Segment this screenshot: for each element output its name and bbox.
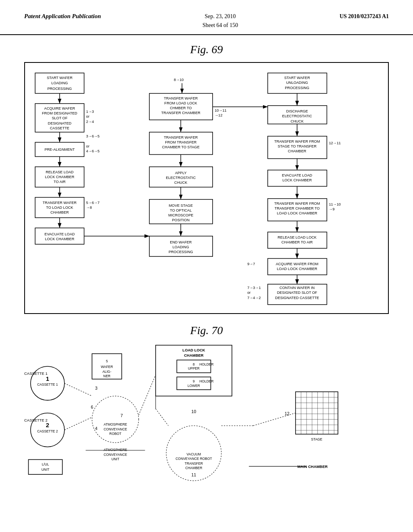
svg-text:PROCESSING: PROCESSING [47, 86, 72, 90]
svg-text:TO AIR: TO AIR [54, 180, 66, 184]
fig70-svg: 1 CASSETTE 1 2 CASSETTE 2 L/UL UNIT CASS… [24, 341, 389, 510]
pub-date: Sep. 23, 2010 [205, 13, 236, 19]
svg-text:CASSETTE 1: CASSETTE 1 [24, 371, 48, 376]
svg-text:TO OPTICAL: TO OPTICAL [170, 208, 192, 212]
svg-text:12→11: 12→11 [329, 141, 340, 145]
publication-label: Patent Application Publication [24, 12, 101, 21]
svg-text:MOVE STAGE: MOVE STAGE [169, 204, 193, 208]
svg-text:3: 3 [95, 385, 98, 390]
svg-text:ELECTROSTATIC: ELECTROSTATIC [282, 114, 312, 118]
svg-text:TRANSFER WAFER: TRANSFER WAFER [43, 201, 77, 205]
svg-text:MICROSCOPE: MICROSCOPE [168, 213, 193, 217]
svg-text:NER: NER [103, 374, 111, 378]
header-center: Sep. 23, 2010 Sheet 64 of 150 [202, 12, 238, 30]
svg-text:LOCK CHAMBER: LOCK CHAMBER [45, 175, 74, 179]
svg-text:2→4: 2→4 [86, 119, 94, 123]
svg-text:RELEASE LOAD LOCK: RELEASE LOAD LOCK [277, 235, 317, 239]
svg-text:ATMOSPHERE: ATMOSPHERE [104, 448, 127, 452]
sheet-info: Sheet 64 of 150 [202, 22, 238, 28]
svg-text:APPLY: APPLY [175, 171, 187, 175]
svg-text:DESIGNATED: DESIGNATED [48, 121, 72, 125]
svg-text:ALIG-: ALIG- [102, 369, 111, 373]
svg-text:CONVEYANCE ROBOT: CONVEYANCE ROBOT [175, 457, 212, 461]
svg-text:FROM DESIGNATED: FROM DESIGNATED [42, 111, 77, 115]
svg-text:UNIT: UNIT [111, 457, 119, 461]
svg-text:5→6→7: 5→6→7 [86, 201, 100, 205]
svg-text:8→10: 8→10 [174, 78, 184, 82]
svg-text:ACQUIRE WAFER FROM: ACQUIRE WAFER FROM [276, 262, 319, 266]
svg-text:7→3→1: 7→3→1 [247, 286, 261, 290]
svg-text:STAGE TO TRANSFER: STAGE TO TRANSFER [277, 144, 317, 148]
svg-text:VACUUM: VACUUM [187, 452, 201, 456]
svg-text:10→11: 10→11 [215, 108, 226, 112]
svg-text:PROCESSING: PROCESSING [285, 85, 309, 89]
svg-text:8: 8 [193, 362, 195, 366]
svg-text:7→4→2: 7→4→2 [247, 295, 261, 299]
svg-text:PROCESSING: PROCESSING [169, 250, 193, 254]
svg-text:LOADING: LOADING [51, 81, 68, 85]
svg-text:10: 10 [192, 409, 196, 414]
svg-text:or: or [86, 114, 90, 118]
svg-text:EVACUATE LOAD: EVACUATE LOAD [44, 232, 75, 236]
svg-text:4→6→5: 4→6→5 [86, 149, 100, 153]
page-header: Patent Application Publication Sep. 23, … [0, 0, 413, 35]
svg-text:SLOT OF: SLOT OF [52, 116, 67, 120]
svg-text:CHUCK: CHUCK [174, 181, 187, 185]
svg-text:EVACUATE LOAD: EVACUATE LOAD [282, 173, 312, 177]
svg-text:STAGE: STAGE [311, 437, 322, 441]
svg-text:CASSETTE 2: CASSETTE 2 [37, 429, 58, 433]
svg-text:CASSETTE 2: CASSETTE 2 [24, 418, 48, 422]
svg-line-179 [65, 417, 92, 430]
svg-text:HOLDER: HOLDER [200, 362, 214, 366]
svg-text:CASSETTE: CASSETTE [50, 126, 69, 130]
svg-text:RELEASE LOAD: RELEASE LOAD [46, 170, 74, 174]
flowchart-svg: START WAFER LOADING PROCESSING ACQUIRE W… [31, 69, 382, 305]
svg-text:4: 4 [95, 426, 98, 430]
svg-text:CHAMBER: CHAMBER [185, 466, 202, 470]
svg-text:LOAD LOCK CHAMBER: LOAD LOCK CHAMBER [277, 267, 317, 271]
svg-rect-161 [296, 392, 338, 434]
svg-text:CHAMBER TO STAGE: CHAMBER TO STAGE [162, 145, 200, 149]
svg-text:CHAMBER TO AIR: CHAMBER TO AIR [282, 240, 313, 244]
svg-text:11→10: 11→10 [329, 202, 340, 206]
svg-text:→8: →8 [86, 206, 92, 210]
svg-text:6: 6 [91, 405, 93, 409]
svg-line-178 [65, 383, 92, 396]
svg-text:POSITION: POSITION [172, 218, 190, 222]
svg-text:MAIN CHAMBER: MAIN CHAMBER [297, 464, 327, 469]
svg-text:3→6→5: 3→6→5 [86, 134, 100, 138]
svg-text:END WAFER: END WAFER [170, 240, 192, 244]
svg-text:TRANSFER: TRANSFER [185, 461, 203, 465]
svg-text:5: 5 [106, 359, 108, 363]
svg-text:WAFER: WAFER [101, 365, 113, 369]
svg-text:or: or [247, 291, 250, 295]
svg-text:DESIGNATED SLOT OF: DESIGNATED SLOT OF [277, 291, 317, 295]
fig70-title: Fig. 70 [24, 324, 389, 337]
svg-text:LOWER: LOWER [188, 383, 200, 387]
svg-line-182 [156, 409, 169, 426]
svg-text:TRANSFER WAFER FROM: TRANSFER WAFER FROM [274, 139, 320, 143]
svg-text:UPPER: UPPER [188, 366, 200, 370]
svg-text:UNIT: UNIT [42, 467, 50, 471]
svg-text:11: 11 [192, 472, 196, 477]
svg-text:ROBOT: ROBOT [109, 432, 121, 436]
svg-text:7: 7 [121, 413, 123, 418]
page-content: Fig. 69 START WAFER LOADING PROCESSING A… [0, 35, 413, 524]
svg-text:CONTAIN WAFER IN: CONTAIN WAFER IN [280, 286, 315, 290]
svg-text:FROM TRANSFER: FROM TRANSFER [165, 140, 197, 144]
svg-line-180 [139, 375, 156, 415]
svg-text:CONVEYANCE: CONVEYANCE [104, 427, 127, 431]
svg-text:CHAMBER: CHAMBER [50, 210, 69, 214]
svg-text:HOLDER: HOLDER [200, 379, 214, 383]
flowchart-fig69: START WAFER LOADING PROCESSING ACQUIRE W… [24, 62, 389, 314]
svg-text:1→3: 1→3 [86, 110, 94, 114]
svg-text:or: or [86, 144, 90, 148]
svg-text:UNLOADING: UNLOADING [286, 81, 308, 85]
svg-text:9→7: 9→7 [247, 262, 255, 266]
svg-text:CHMBER TO: CHMBER TO [170, 106, 192, 110]
patent-number: US 2010/0237243 A1 [340, 12, 389, 21]
svg-text:LOCK CHAMBER: LOCK CHAMBER [45, 237, 74, 241]
svg-text:L/UL: L/UL [42, 462, 49, 466]
svg-text:ATMOSPHERE: ATMOSPHERE [104, 422, 127, 426]
svg-text:CONVEYANCE: CONVEYANCE [104, 452, 127, 456]
